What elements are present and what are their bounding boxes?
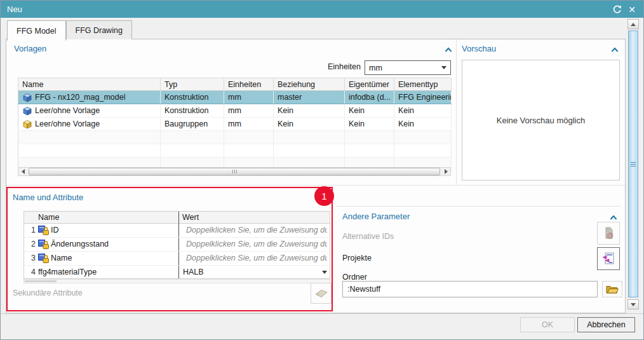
template-name: FFG - nx120_mag_model [35,93,125,102]
template-typ: Baugruppen [161,118,224,131]
template-row-empty [18,144,452,158]
alternative-ids-label: Alternative IDs [342,232,394,241]
tab-content-panel: Vorlagen Einheiten mm Name Typ Einheiten… [6,39,626,313]
attributes-section-title: Name und Attribute [13,193,83,202]
close-icon[interactable]: ✕ [624,3,640,17]
sekundaere-attribute-label: Sekundäre Attribute [13,289,83,297]
andere-parameter-divider [336,206,621,207]
col-header-eigentuemer[interactable]: Eigentümer [345,78,394,91]
select-projects-icon [601,251,616,266]
attributes-table: Name Wert 1 ID Doppelklicken Sie, um die… [23,211,330,279]
scrollbar-thumb[interactable] [29,168,440,175]
template-einheiten: mm [224,91,274,104]
attribute-row[interactable]: 2 Änderungsstand Doppelklicken Sie, um d… [24,238,330,252]
template-row[interactable]: Leer/ohne Vorlage Konstruktion mm Kein K… [18,104,452,118]
attribute-row[interactable]: 1 ID Doppelklicken Sie, um die Zuweisung… [24,224,330,238]
vorschau-collapse-icon[interactable] [611,46,619,51]
attr-value-cell[interactable]: Doppelklicken Sie, um die Zuweisung durc… [183,240,327,248]
template-elementtyp: Kein [394,104,452,118]
alternative-ids-button[interactable]: @ [597,222,620,245]
template-einheiten: mm [224,118,274,131]
tab-ffg-drawing[interactable]: FFG Drawing [66,20,132,39]
attr-row-number: 1 [27,226,36,235]
attr-name: ID [51,226,59,235]
preview-box: Keine Vorschau möglich [462,60,620,180]
template-row-selected[interactable]: FFG - nx120_mag_model Konstruktion mm ma… [18,91,452,104]
vertical-divider [456,39,457,185]
col-header-einheiten[interactable]: Einheiten [224,78,274,91]
secondary-attributes-button[interactable] [311,283,332,304]
footer-divider [1,313,644,314]
attr-value-cell[interactable]: Doppelklicken Sie, um die Zuweisung durc… [183,226,327,235]
chevron-down-icon [441,66,446,69]
vorschau-section-title: Vorschau [462,44,496,53]
attribute-row[interactable]: 4 ffg4materialType HALB [24,266,330,280]
tab-ffg-model[interactable]: FFG Model [7,20,66,41]
attribute-row[interactable]: 3 Name Doppelklicken Sie, um die Zuweisu… [24,252,330,266]
attr-name: ffg4materialType [38,268,97,276]
scrollbar-thumb[interactable] [628,31,638,297]
scroll-up-icon[interactable] [627,19,639,29]
attr-value-dropdown[interactable]: HALB [183,268,327,276]
projekte-button[interactable] [597,247,620,270]
andere-parameter-collapse-icon[interactable] [610,214,617,219]
vorlagen-section-title: Vorlagen [14,44,46,53]
locked-attribute-icon [38,225,50,236]
preview-message: Keine Vorschau möglich [497,116,585,125]
browse-folder-button[interactable] [602,281,622,297]
template-row-empty [18,131,452,144]
tag-at-icon: @ [601,226,615,240]
col-header-elementtyp[interactable]: Elementtyp [394,78,452,91]
part-icon [22,106,32,116]
template-eigentuemer: Kein [345,118,394,131]
scroll-down-icon[interactable] [627,299,639,309]
attributes-header-row: Name Wert [24,212,330,224]
template-elementtyp: FFG Engineerin... [394,91,452,104]
template-eigentuemer: Kein [345,104,394,118]
scroll-left-icon[interactable] [18,168,27,175]
einheiten-label: Einheiten [311,62,361,71]
template-typ: Konstruktion [161,91,224,104]
horizontal-divider [6,185,625,186]
templates-table: Name Typ Einheiten Beziehung Eigentümer … [18,78,452,171]
andere-parameter-section-title: Andere Parameter [342,212,410,221]
attr-row-number: 4 [27,268,36,276]
dialog-vertical-scrollbar[interactable] [627,19,640,310]
template-beziehung: master [274,91,345,104]
template-einheiten: mm [224,104,274,118]
svg-text:@: @ [607,231,614,239]
scroll-right-icon[interactable] [441,168,450,175]
title-bar: Neu ✕ [1,1,643,18]
tab-label: FFG Drawing [76,26,123,35]
ordner-input[interactable] [342,281,598,297]
einheiten-dropdown[interactable]: mm [365,60,451,75]
attributes-horizontal-scrollbar[interactable] [23,279,330,283]
template-row[interactable]: Leer/ohne Vorlage Baugruppen mm Kein Kei… [18,118,452,131]
vorlagen-collapse-icon[interactable] [445,46,452,51]
einheiten-value: mm [369,64,441,72]
scrollbar-thumb[interactable] [25,280,57,282]
attr-value-placeholder: Doppelklicken Sie, um die Zuweisung durc… [186,240,327,248]
col-header-name[interactable]: Name [18,78,161,91]
locked-attribute-icon [38,253,50,264]
attr-value-cell[interactable]: Doppelklicken Sie, um die Zuweisung durc… [183,254,327,262]
ok-button[interactable]: OK [520,317,575,332]
reset-icon[interactable] [609,3,624,17]
attr-value: HALB [183,268,319,276]
templates-horizontal-scrollbar[interactable] [18,167,451,176]
annotation-badge: 1 [314,186,334,206]
attr-col-header-wert[interactable]: Wert [182,213,199,222]
cancel-button[interactable]: Abbrechen [577,317,635,332]
ordner-label: Ordner [342,273,367,282]
template-beziehung: Kein [274,118,345,131]
template-elementtyp: Kein [394,118,452,131]
col-header-beziehung[interactable]: Beziehung [274,78,345,91]
attr-row-number: 3 [27,254,36,262]
template-eigentuemer: infodba (d... [345,91,394,104]
folder-open-icon [606,284,619,294]
attr-name: Änderungsstand [51,240,109,248]
col-header-typ[interactable]: Typ [161,78,224,91]
part-icon [22,93,32,102]
template-name: Leer/ohne Vorlage [35,106,100,115]
attr-col-header-name[interactable]: Name [38,213,59,222]
